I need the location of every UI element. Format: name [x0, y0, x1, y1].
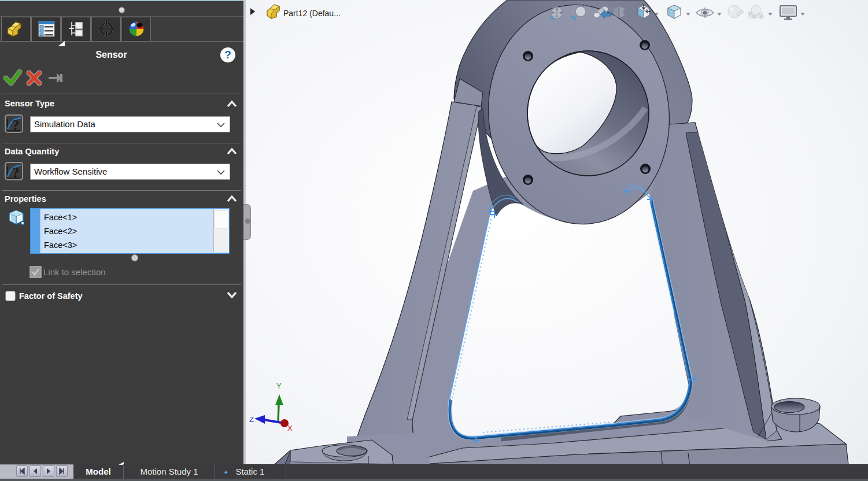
svg-text:Z: Z	[249, 415, 254, 424]
svg-text:?: ?	[12, 117, 20, 133]
svg-text:X: X	[287, 424, 293, 432]
svg-text:?: ?	[12, 165, 20, 180]
svg-text:Part12 (Defau...: Part12 (Defau...	[283, 9, 341, 18]
svg-text:Y: Y	[276, 382, 282, 390]
